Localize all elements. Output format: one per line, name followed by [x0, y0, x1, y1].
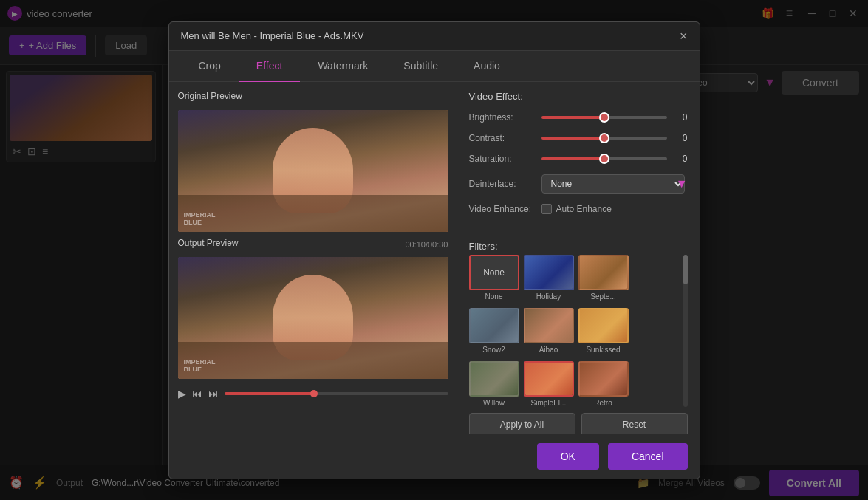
brightness-slider[interactable]	[541, 116, 667, 119]
filter-sunkissed-thumb	[578, 308, 629, 343]
filter-sunkissed[interactable]: Sunkissed	[578, 308, 629, 354]
filter-sept-label: Septe...	[590, 292, 615, 301]
auto-enhance-label: Auto Enhance	[556, 204, 612, 214]
modal-close-button[interactable]: ×	[680, 30, 688, 43]
filter-willow-img	[471, 363, 518, 395]
effect-controls-section: Video Effect: Brightness: 0 Contrast: 0	[457, 82, 700, 434]
saturation-slider[interactable]	[541, 157, 667, 160]
filter-none[interactable]: None None	[469, 255, 519, 301]
filter-snow2-thumb	[469, 308, 519, 343]
filter-scrollbar[interactable]	[683, 255, 688, 407]
filter-none-thumb: None	[469, 255, 519, 290]
original-preview-video: IMPERIALBLUE	[178, 110, 448, 232]
filter-sunkissed-label: Sunkissed	[586, 346, 620, 354]
filter-holiday-img	[525, 256, 573, 289]
deinterlace-label: Deinterlace:	[469, 179, 536, 189]
filter-none-text: None	[483, 267, 505, 278]
filter-simpleel-thumb	[524, 361, 574, 397]
playback-controls: ▶ ⏮ ⏭	[178, 385, 448, 403]
output-video-scene	[178, 257, 448, 379]
modal-title: Men will Be Men - Imperial Blue - Ads.MK…	[181, 30, 364, 41]
reset-button[interactable]: Reset	[581, 413, 688, 434]
filter-holiday-label: Holiday	[536, 292, 561, 301]
output-video-bottom	[178, 342, 448, 379]
brightness-slider-wrap: 0	[541, 112, 688, 123]
contrast-value: 0	[673, 133, 688, 143]
ok-button[interactable]: OK	[537, 443, 599, 470]
tab-subtitle[interactable]: Subtitle	[386, 51, 456, 82]
modal-overlay: Men will Be Men - Imperial Blue - Ads.MK…	[0, 0, 868, 500]
filter-sept-thumb	[578, 255, 629, 290]
deinterlace-row: Deinterlace: None Yadif Yadif (x2) ▼	[469, 174, 688, 194]
filter-aibao-thumb	[524, 308, 574, 343]
saturation-row: Saturation: 0	[469, 154, 688, 164]
modal-tabs: Crop Effect Watermark Subtitle Audio	[169, 51, 700, 82]
filter-holiday-thumb	[524, 255, 574, 290]
brightness-value: 0	[673, 112, 688, 123]
tab-effect[interactable]: Effect	[239, 51, 301, 82]
brightness-label: Brightness:	[469, 112, 536, 123]
filter-retro-thumb	[578, 361, 629, 397]
progress-fill	[225, 392, 314, 395]
original-preview-label: Original Preview	[178, 91, 448, 101]
filter-sunkissed-img	[580, 309, 627, 342]
filters-row-2: Snow2 Aibao	[469, 308, 680, 354]
effect-modal: Men will Be Men - Imperial Blue - Ads.MK…	[168, 21, 700, 479]
modal-body: Original Preview IMPERIALBLUE Output Pre…	[169, 82, 700, 434]
video-enhance-row: Video Enhance: Auto Enhance	[469, 204, 688, 214]
tab-watermark[interactable]: Watermark	[300, 51, 386, 82]
filters-section: Filters: None None	[469, 241, 688, 434]
action-buttons-row: Apply to All Reset	[469, 413, 688, 434]
video-bottom	[178, 195, 448, 232]
progress-bar[interactable]	[225, 392, 448, 395]
filter-retro[interactable]: Retro	[578, 361, 629, 407]
next-frame-button[interactable]: ⏭	[208, 388, 219, 400]
apply-to-all-button[interactable]: Apply to All	[469, 413, 575, 434]
video-effect-title: Video Effect:	[469, 91, 688, 102]
saturation-label: Saturation:	[469, 154, 536, 164]
contrast-slider[interactable]	[541, 137, 667, 140]
filter-aibao[interactable]: Aibao	[524, 308, 574, 354]
output-preview-video: IMPERIALBLUE	[178, 257, 448, 379]
output-video-watermark: IMPERIALBLUE	[184, 358, 216, 373]
filter-willow-label: Willow	[483, 399, 505, 407]
prev-frame-button[interactable]: ⏮	[192, 388, 202, 400]
auto-enhance-checkbox[interactable]	[541, 204, 552, 214]
play-button[interactable]: ▶	[178, 388, 186, 400]
output-preview-label: Output Preview	[178, 238, 239, 248]
modal-footer: OK Cancel	[169, 434, 700, 479]
filter-sept-img	[580, 256, 627, 289]
filter-willow[interactable]: Willow	[469, 361, 519, 407]
filters-container: None None Holiday	[469, 255, 688, 407]
filters-title: Filters:	[469, 241, 688, 252]
filter-snow2-label: Snow2	[482, 346, 505, 354]
filters-row-1: None None Holiday	[469, 255, 680, 301]
cancel-button[interactable]: Cancel	[608, 443, 688, 470]
filter-snow2-img	[471, 309, 518, 342]
filter-snow2[interactable]: Snow2	[469, 308, 519, 354]
video-enhance-label: Video Enhance:	[469, 204, 536, 214]
filter-none-label: None	[485, 292, 503, 301]
saturation-slider-wrap: 0	[541, 154, 688, 164]
original-video-scene	[178, 110, 448, 232]
output-preview-header: Output Preview 00:10/00:30	[178, 238, 448, 251]
filter-september[interactable]: Septe...	[578, 255, 629, 301]
brightness-row: Brightness: 0	[469, 112, 688, 123]
tab-audio[interactable]: Audio	[456, 51, 518, 82]
contrast-slider-wrap: 0	[541, 133, 688, 143]
tab-crop[interactable]: Crop	[181, 51, 239, 82]
contrast-row: Contrast: 0	[469, 133, 688, 143]
auto-enhance-wrap: Auto Enhance	[541, 204, 612, 214]
filter-simpleel[interactable]: SimpleEl...	[524, 361, 574, 407]
filter-scrollbar-thumb	[683, 255, 688, 284]
filter-simpleel-img	[525, 363, 573, 395]
filter-holiday[interactable]: Holiday	[524, 255, 574, 301]
video-watermark-text: IMPERIALBLUE	[184, 211, 216, 226]
preview-timestamp: 00:10/00:30	[405, 240, 448, 249]
preview-section: Original Preview IMPERIALBLUE Output Pre…	[169, 82, 457, 434]
filter-retro-img	[580, 363, 627, 395]
filter-retro-label: Retro	[594, 399, 612, 407]
filter-willow-thumb	[469, 361, 519, 397]
deinterlace-select[interactable]: None Yadif Yadif (x2)	[541, 174, 685, 194]
filter-simpleel-label: SimpleEl...	[531, 399, 567, 407]
